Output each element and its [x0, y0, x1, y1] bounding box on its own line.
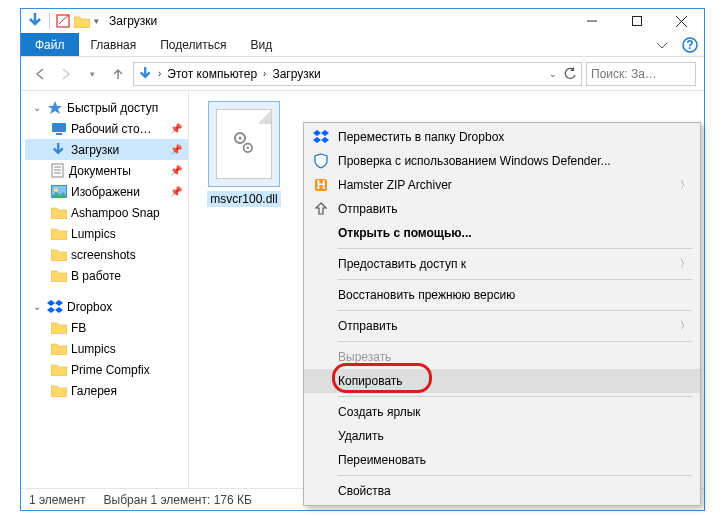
nav-pane: ⌄ Быстрый доступ Рабочий сто…📌Загрузки📌Д… — [21, 91, 189, 488]
ribbon-tab-view[interactable]: Вид — [238, 33, 284, 56]
sidebar-item[interactable]: screenshots — [25, 244, 188, 265]
documents-icon — [51, 163, 65, 178]
context-menu-label: Копировать — [338, 374, 690, 388]
address-dropdown-icon[interactable]: ⌄ — [549, 69, 557, 79]
context-menu-item[interactable]: Переименовать — [304, 448, 700, 472]
sidebar-item-label: Рабочий сто… — [71, 122, 152, 136]
sidebar-item[interactable]: Документы📌 — [25, 160, 188, 181]
chevron-down-icon[interactable]: ⌄ — [33, 102, 43, 113]
chevron-right-icon[interactable]: › — [158, 68, 161, 79]
context-menu-item[interactable]: Отправить — [304, 197, 700, 221]
tree-dropbox[interactable]: ⌄ Dropbox — [25, 296, 188, 317]
context-menu-item[interactable]: Свойства — [304, 479, 700, 503]
chevron-right-icon: 〉 — [680, 257, 690, 271]
sidebar-item[interactable]: Lumpics — [25, 223, 188, 244]
ribbon-expand-icon[interactable] — [648, 33, 676, 56]
context-menu-label: Удалить — [338, 429, 690, 443]
context-menu-item[interactable]: Предоставить доступ к〉 — [304, 252, 700, 276]
titlebar: ▾ Загрузки — [21, 9, 704, 33]
sidebar-item[interactable]: В работе — [25, 265, 188, 286]
file-name: msvcr100.dll — [207, 191, 280, 207]
sidebar-item-label: Загрузки — [71, 143, 119, 157]
qat-down-icon[interactable] — [27, 13, 43, 29]
context-menu-item[interactable]: Переместить в папку Dropbox — [304, 125, 700, 149]
context-menu-label: Восстановить прежнюю версию — [338, 288, 690, 302]
chevron-right-icon[interactable]: › — [263, 68, 266, 79]
gears-icon — [229, 129, 259, 159]
sidebar-item[interactable]: Рабочий сто…📌 — [25, 118, 188, 139]
nav-back-button[interactable] — [29, 63, 51, 85]
window-title: Загрузки — [109, 14, 157, 28]
folder-icon — [51, 227, 67, 240]
svg-text:H: H — [317, 178, 326, 192]
nav-up-button[interactable] — [107, 63, 129, 85]
folder-icon — [51, 321, 67, 334]
nav-recent-dropdown[interactable]: ▾ — [81, 63, 103, 85]
ribbon: Файл Главная Поделиться Вид ? — [21, 33, 704, 57]
hamster-icon: H — [312, 177, 330, 193]
svg-rect-4 — [632, 17, 641, 26]
context-menu-label: Проверка с использованием Windows Defend… — [338, 154, 690, 168]
nav-forward-button[interactable] — [55, 63, 77, 85]
breadcrumb-downloads[interactable]: Загрузки — [268, 67, 324, 81]
svg-rect-9 — [52, 123, 66, 132]
pin-icon: 📌 — [170, 186, 182, 197]
context-menu-label: Открыть с помощью... — [338, 226, 690, 240]
sidebar-item-label: Prime Compfix — [71, 363, 150, 377]
sidebar-item[interactable]: Галерея — [25, 380, 188, 401]
downloads-location-icon — [138, 67, 154, 81]
downloads-icon — [51, 143, 67, 157]
sidebar-item-label: Lumpics — [71, 227, 116, 241]
ribbon-file-tab[interactable]: Файл — [21, 33, 79, 56]
share-icon — [312, 201, 330, 217]
sidebar-item[interactable]: Prime Compfix — [25, 359, 188, 380]
context-menu-label: Предоставить доступ к — [338, 257, 672, 271]
context-menu: Переместить в папку DropboxПроверка с ис… — [303, 122, 701, 506]
minimize-button[interactable] — [569, 9, 614, 33]
status-item-count: 1 элемент — [29, 493, 86, 507]
qat-properties-icon[interactable] — [56, 14, 70, 28]
maximize-button[interactable] — [614, 9, 659, 33]
context-menu-label: Hamster ZIP Archiver — [338, 178, 672, 192]
pictures-icon — [51, 185, 67, 198]
qat-newfolder-icon[interactable] — [74, 15, 90, 28]
context-menu-item[interactable]: Копировать — [304, 369, 700, 393]
close-button[interactable] — [659, 9, 704, 33]
sidebar-item[interactable]: Lumpics — [25, 338, 188, 359]
context-menu-label: Отправить — [338, 319, 672, 333]
sidebar-item[interactable]: Загрузки📌 — [25, 139, 188, 160]
ribbon-tab-share[interactable]: Поделиться — [148, 33, 238, 56]
search-input[interactable]: Поиск: За… — [586, 62, 696, 86]
address-bar[interactable]: › Этот компьютер › Загрузки ⌄ — [133, 62, 582, 86]
context-menu-item[interactable]: Восстановить прежнюю версию — [304, 283, 700, 307]
qat-dropdown-icon[interactable]: ▾ — [94, 16, 99, 26]
sidebar-item[interactable]: FB — [25, 317, 188, 338]
desktop-icon — [51, 122, 67, 135]
context-menu-item[interactable]: Проверка с использованием Windows Defend… — [304, 149, 700, 173]
chevron-down-icon[interactable]: ⌄ — [33, 301, 43, 312]
file-thumbnail — [208, 101, 280, 187]
context-menu-item[interactable]: Отправить〉 — [304, 314, 700, 338]
context-menu-label: Вырезать — [338, 350, 690, 364]
help-icon[interactable]: ? — [676, 33, 704, 56]
sidebar-item[interactable]: Ashampoo Snap — [25, 202, 188, 223]
svg-rect-10 — [56, 133, 62, 135]
folder-icon — [51, 342, 67, 355]
file-item[interactable]: msvcr100.dll — [199, 101, 289, 207]
sidebar-item-label: Изображени — [71, 185, 140, 199]
context-menu-label: Создать ярлык — [338, 405, 690, 419]
pin-icon: 📌 — [170, 144, 182, 155]
dropbox-icon — [47, 300, 63, 314]
context-menu-item[interactable]: Создать ярлык — [304, 400, 700, 424]
tree-quick-access[interactable]: ⌄ Быстрый доступ — [25, 97, 188, 118]
breadcrumb-this-pc[interactable]: Этот компьютер — [163, 67, 261, 81]
dropbox-icon — [312, 130, 330, 144]
context-menu-item[interactable]: Удалить — [304, 424, 700, 448]
context-menu-item[interactable]: HHamster ZIP Archiver〉 — [304, 173, 700, 197]
star-icon — [47, 100, 63, 116]
ribbon-tab-home[interactable]: Главная — [79, 33, 149, 56]
refresh-icon[interactable] — [563, 67, 577, 81]
context-menu-item[interactable]: Открыть с помощью... — [304, 221, 700, 245]
folder-icon — [51, 269, 67, 282]
sidebar-item[interactable]: Изображени📌 — [25, 181, 188, 202]
